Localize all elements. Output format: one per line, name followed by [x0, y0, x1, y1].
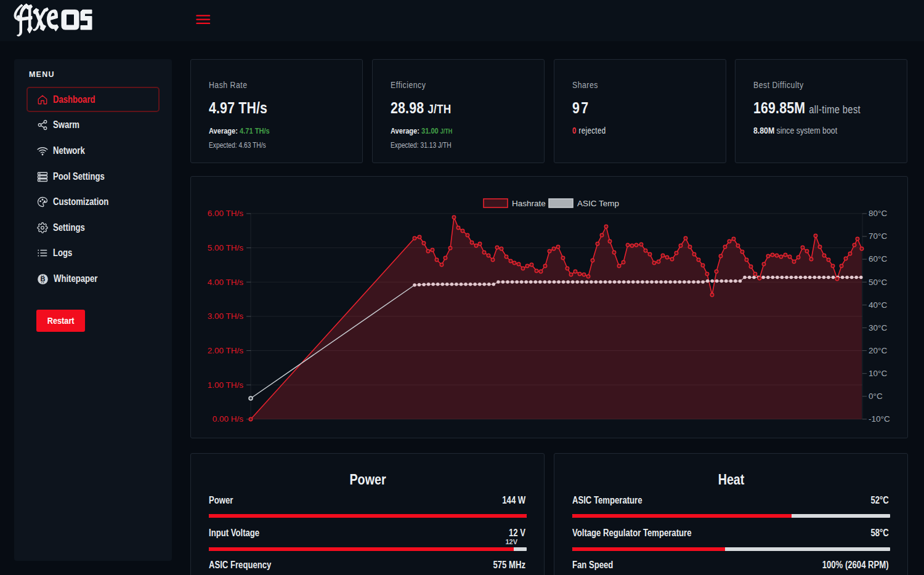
svg-text:80°C: 80°C: [869, 209, 887, 218]
svg-text:60°C: 60°C: [869, 254, 887, 263]
svg-text:3.00 TH/s: 3.00 TH/s: [208, 312, 244, 321]
svg-text:10°C: 10°C: [869, 369, 887, 378]
svg-text:70°C: 70°C: [869, 231, 887, 241]
svg-text:B: B: [40, 275, 45, 283]
svg-text:Hashrate: Hashrate: [512, 199, 546, 208]
svg-text:20°C: 20°C: [869, 346, 887, 355]
svg-text:50°C: 50°C: [869, 278, 887, 287]
svg-text:-10°C: -10°C: [869, 414, 890, 424]
svg-text:4.00 TH/s: 4.00 TH/s: [208, 278, 244, 287]
svg-text:ASIC Temp: ASIC Temp: [577, 199, 619, 208]
svg-text:6.00 TH/s: 6.00 TH/s: [208, 209, 244, 218]
svg-text:40°C: 40°C: [869, 300, 887, 310]
svg-text:2.00 TH/s: 2.00 TH/s: [208, 346, 244, 355]
svg-text:0.00 H/s: 0.00 H/s: [213, 414, 244, 424]
svg-text:30°C: 30°C: [869, 323, 887, 332]
svg-text:0°C: 0°C: [869, 392, 883, 401]
svg-text:5.00 TH/s: 5.00 TH/s: [208, 243, 244, 252]
svg-text:1.00 TH/s: 1.00 TH/s: [208, 380, 244, 390]
